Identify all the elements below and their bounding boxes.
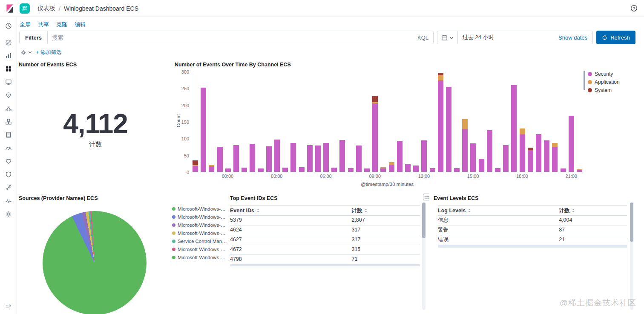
pie-chart[interactable] — [43, 211, 147, 314]
bar-14:00[interactable] — [453, 72, 461, 172]
bar-15:00[interactable] — [469, 72, 477, 172]
sidebar-item-dashboard[interactable] — [4, 65, 13, 73]
bar-00:30[interactable] — [232, 72, 240, 172]
show-dates-button[interactable]: Show dates — [558, 34, 592, 41]
bar-17:30[interactable] — [510, 72, 518, 172]
pie-legend-item[interactable]: Microsoft-Windows-… — [172, 213, 227, 221]
bar-18:30[interactable] — [526, 72, 535, 172]
bar-06:00[interactable] — [322, 72, 330, 172]
bar-06:30[interactable] — [330, 72, 338, 172]
table-scrollbar[interactable] — [630, 203, 633, 310]
bar-16:00[interactable] — [486, 72, 494, 172]
toolbar-link[interactable]: 编辑 — [75, 21, 86, 28]
kql-button[interactable]: KQL — [417, 34, 433, 41]
bar-02:00[interactable] — [257, 72, 265, 172]
bar-04:30[interactable] — [297, 72, 305, 172]
bar-03:30[interactable] — [281, 72, 289, 172]
bar-04:00[interactable] — [289, 72, 297, 172]
bar-12:00[interactable] — [420, 72, 428, 172]
table-scrollbar[interactable] — [422, 203, 426, 310]
sidebar-item-uptime[interactable] — [4, 157, 13, 165]
sidebar-item-metrics[interactable] — [4, 118, 13, 126]
time-range-label[interactable]: 过去 24 小时 — [458, 34, 558, 41]
filter-options-button[interactable] — [20, 49, 32, 56]
bar-01:00[interactable] — [240, 72, 248, 172]
bar-09:00[interactable] — [371, 72, 379, 172]
bar-22:00[interactable] — [191, 72, 199, 172]
bar-21:30[interactable] — [575, 72, 584, 172]
sidebar-item-visualize[interactable] — [4, 52, 13, 60]
sidebar-item-recently-viewed[interactable] — [4, 22, 13, 30]
bar-10:30[interactable] — [396, 72, 404, 172]
bar-13:00[interactable] — [437, 72, 445, 172]
bar-21:00[interactable] — [567, 72, 575, 172]
breadcrumb-root[interactable]: 仪表板 — [37, 5, 55, 12]
sidebar-item-logs[interactable] — [4, 131, 13, 139]
bar-22:30[interactable] — [199, 72, 207, 172]
sidebar-collapse-button[interactable] — [0, 302, 17, 310]
bar-10:00[interactable] — [388, 72, 396, 172]
kibana-logo[interactable] — [0, 0, 20, 17]
sidebar-item-management[interactable] — [4, 210, 13, 218]
bar-08:00[interactable] — [355, 72, 363, 172]
sidebar-item-siem[interactable] — [4, 171, 13, 178]
legend-item-system[interactable]: System — [588, 86, 620, 94]
pie-legend-item[interactable]: Microsoft-Windows-… — [172, 245, 227, 253]
toolbar-link[interactable]: 全屏 — [20, 21, 31, 28]
filters-button[interactable]: Filters — [20, 31, 48, 44]
bar-09:30[interactable] — [379, 72, 387, 172]
bar-20:00[interactable] — [551, 72, 559, 172]
bar-20:30[interactable] — [559, 72, 567, 172]
bar-19:00[interactable] — [535, 72, 543, 172]
sidebar-item-maps[interactable] — [4, 91, 13, 99]
bar-11:00[interactable] — [404, 72, 412, 172]
bar-07:30[interactable] — [347, 72, 355, 172]
toolbar-link[interactable]: 克隆 — [56, 21, 67, 28]
bar-05:00[interactable] — [306, 72, 314, 172]
pie-legend-item[interactable]: Microsoft-Windows-… — [172, 221, 227, 229]
bar-23:00[interactable] — [207, 72, 216, 172]
column-header[interactable]: 计数 — [351, 206, 420, 215]
sidebar-item-machine-learning[interactable] — [4, 105, 13, 112]
pie-legend-item[interactable]: Microsoft-Windows-… — [172, 253, 227, 261]
pie-legend-item[interactable]: Service Control Man… — [172, 237, 227, 245]
bar-02:30[interactable] — [265, 72, 273, 172]
bar-19:30[interactable] — [543, 72, 551, 172]
bar-16:30[interactable] — [494, 72, 502, 172]
calendar-dropdown-button[interactable] — [437, 31, 458, 44]
bar-13:30[interactable] — [445, 72, 453, 172]
sidebar-item-apm[interactable] — [4, 144, 13, 152]
column-header[interactable]: Event IDs — [230, 206, 351, 215]
help-icon[interactable]: ? — [629, 3, 639, 14]
bar-15:30[interactable] — [477, 72, 486, 172]
scrollbar-thumb[interactable] — [422, 203, 426, 238]
bar-01:30[interactable] — [248, 72, 256, 172]
pie-legend-item[interactable]: Microsoft-Windows-… — [172, 205, 227, 213]
scrollbar-thumb[interactable] — [630, 203, 633, 242]
bar-18:00[interactable] — [518, 72, 526, 172]
search-input[interactable] — [48, 31, 417, 44]
column-header[interactable]: Log Levels — [438, 206, 559, 215]
column-header[interactable]: 计数 — [559, 206, 627, 215]
sidebar-item-stack-monitoring[interactable] — [4, 197, 13, 205]
pie-legend-item[interactable]: Microsoft-Windows-… — [172, 229, 227, 237]
toolbar-link[interactable]: 共享 — [38, 21, 49, 28]
bar-14:30[interactable] — [461, 72, 469, 172]
bar-23:30[interactable] — [216, 72, 224, 172]
bar-00:00[interactable] — [224, 72, 232, 172]
legend-item-application[interactable]: Application — [588, 78, 620, 86]
bar-05:30[interactable] — [314, 72, 322, 172]
sidebar-item-canvas[interactable] — [4, 78, 13, 86]
bar-12:30[interactable] — [428, 72, 436, 172]
bar-03:00[interactable] — [273, 72, 281, 172]
space-badge[interactable]: 默 — [20, 3, 30, 14]
add-filter-link[interactable]: + 添加筛选 — [36, 49, 62, 56]
bar-08:30[interactable] — [363, 72, 371, 172]
bar-11:30[interactable] — [412, 72, 420, 172]
legend-item-security[interactable]: Security — [588, 70, 620, 78]
bar-07:00[interactable] — [338, 72, 346, 172]
sidebar-item-dev-tools[interactable] — [4, 184, 13, 191]
refresh-button[interactable]: Refresh — [596, 31, 635, 44]
bar-17:00[interactable] — [502, 72, 510, 172]
legend-scrollbar[interactable] — [584, 71, 585, 90]
